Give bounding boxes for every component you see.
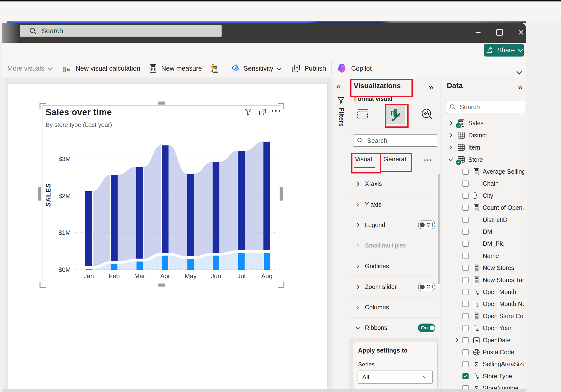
chevron-right-icon[interactable] — [455, 338, 460, 342]
resize-handle-bottom-center[interactable] — [158, 283, 165, 287]
chevron-down-icon[interactable] — [448, 157, 454, 163]
data-field-city[interactable]: fxCity — [442, 190, 527, 202]
share-button[interactable]: Share — [484, 44, 524, 57]
data-field-open-year[interactable]: ΣOpen Year — [442, 322, 527, 334]
tabs-more-options-icon[interactable]: ··· — [424, 156, 433, 164]
field-checkbox[interactable] — [463, 313, 469, 319]
format-section-ribbons[interactable]: RibbonsOn — [349, 318, 439, 338]
field-checkbox[interactable] — [463, 349, 469, 355]
field-checkbox[interactable] — [463, 169, 469, 175]
chevron-right-icon[interactable] — [355, 202, 360, 207]
data-pane-collapse-icon[interactable]: » — [518, 83, 523, 91]
ribbon-collapse-chevron[interactable] — [517, 70, 525, 76]
format-section-legend[interactable]: LegendOff — [349, 215, 439, 235]
data-search[interactable] — [446, 101, 525, 113]
chevron-right-icon[interactable] — [355, 181, 360, 187]
toolbar-item-more-visuals[interactable]: More visuals — [3, 65, 55, 72]
toolbar-item-new-visual-calculation[interactable]: fxNew visual calculation — [59, 64, 144, 73]
filter-funnel-icon[interactable] — [337, 96, 345, 104]
chevron-right-icon[interactable] — [355, 243, 360, 248]
resize-handle-left-center[interactable] — [38, 187, 42, 201]
ribbon-chart[interactable]: $0M$1M$2M$3MJanFebMarAprMayJunJulAugSALE… — [42, 136, 280, 283]
format-section-x-axis[interactable]: X-axis — [349, 174, 439, 195]
data-field-dm-pic[interactable]: DM_Pic — [442, 238, 527, 250]
data-field-open-store-co[interactable]: Open Store Co... — [442, 310, 527, 322]
series-dropdown[interactable]: All — [357, 371, 433, 384]
data-table-item[interactable]: Item — [442, 141, 527, 154]
tab-general[interactable]: General — [383, 155, 406, 163]
format-section-columns[interactable]: Columns — [349, 297, 439, 318]
filters-expand-icon[interactable]: « — [336, 82, 341, 90]
minimize-button[interactable] — [471, 25, 485, 40]
data-field-new-stores-tar[interactable]: New Stores Tar... — [442, 274, 527, 286]
visual-popout-icon[interactable] — [258, 108, 267, 116]
format-search[interactable] — [353, 134, 437, 147]
data-field-dm[interactable]: DM — [442, 226, 527, 238]
chevron-right-icon[interactable] — [448, 120, 454, 126]
format-section-zoom-slider[interactable]: Zoom sliderOff — [349, 277, 439, 298]
field-checkbox[interactable] — [463, 289, 469, 295]
field-checkbox[interactable] — [463, 337, 469, 343]
data-field-store-type[interactable]: fxStore Type — [442, 370, 527, 382]
field-checkbox[interactable] — [463, 217, 469, 223]
data-search-input[interactable] — [459, 103, 517, 111]
resize-handle-bottom-left[interactable] — [40, 282, 46, 288]
data-field-districtid[interactable]: DistrictID — [442, 214, 527, 226]
format-section-gridlines[interactable]: Gridlines — [349, 256, 439, 277]
ribbons-toggle[interactable]: On — [418, 324, 435, 332]
toolbar-item-new-measure[interactable]: New measure — [144, 64, 206, 73]
legend-toggle[interactable]: Off — [418, 220, 435, 229]
visualizations-collapse-icon[interactable]: » — [429, 83, 433, 91]
data-field-opendate[interactable]: OpenDate — [442, 334, 527, 346]
toolbar-item-publish[interactable]: Publish — [287, 64, 330, 73]
field-checkbox[interactable] — [463, 301, 469, 307]
field-checkbox[interactable] — [463, 229, 469, 235]
chevron-right-icon[interactable] — [355, 284, 360, 290]
tab-visual[interactable]: Visual — [355, 155, 372, 163]
visual-filter-icon[interactable] — [243, 108, 253, 116]
data-field-open-month-no[interactable]: ΣOpen Month No — [442, 298, 527, 310]
data-field-count-of-open[interactable]: Count of Open... — [442, 202, 527, 214]
field-checkbox[interactable] — [463, 181, 469, 187]
field-checkbox[interactable] — [463, 205, 469, 211]
field-checkbox[interactable] — [463, 361, 469, 367]
chevron-right-icon[interactable] — [355, 305, 360, 310]
visual-more-options-icon[interactable]: ··· — [271, 106, 282, 116]
format-section-y-axis[interactable]: Y-axis — [349, 194, 439, 215]
chevron-right-icon[interactable] — [448, 144, 454, 150]
chevron-right-icon[interactable] — [355, 222, 360, 227]
data-table-sales[interactable]: Sales — [442, 117, 527, 129]
field-checkbox[interactable] — [463, 277, 469, 283]
resize-handle-top-left[interactable] — [40, 103, 46, 109]
close-button[interactable]: × — [514, 25, 528, 40]
chevron-right-icon[interactable] — [355, 264, 360, 269]
format-search-input[interactable] — [367, 137, 428, 145]
toolbar-item-quick-measure[interactable] — [206, 64, 223, 73]
titlebar-search-input[interactable] — [41, 27, 188, 35]
chevron-right-icon[interactable] — [448, 132, 454, 138]
field-checkbox[interactable] — [463, 253, 469, 259]
data-field-postalcode[interactable]: PostalCode — [442, 346, 527, 358]
data-field-name[interactable]: Name — [442, 250, 527, 262]
field-checkbox[interactable] — [463, 325, 469, 331]
analytics-icon[interactable] — [418, 104, 437, 124]
field-checkbox[interactable] — [463, 373, 469, 379]
data-table-store[interactable]: Store — [442, 154, 527, 166]
data-field-open-month[interactable]: fxOpen Month — [442, 286, 527, 298]
resize-handle-bottom-right[interactable] — [278, 282, 284, 288]
field-checkbox[interactable] — [463, 193, 469, 199]
resize-handle-top-center[interactable] — [158, 101, 165, 105]
build-visual-icon[interactable] — [353, 104, 372, 124]
scrollbar-thumb[interactable] — [438, 174, 440, 284]
field-checkbox[interactable] — [463, 241, 469, 247]
data-field-average-selling[interactable]: Average Selling... — [442, 166, 527, 178]
data-field-sellingareasize[interactable]: ΣSellingAreaSize — [442, 358, 527, 370]
format-section-small-multiples[interactable]: Small multiples — [349, 235, 439, 256]
format-visual-icon[interactable] — [386, 104, 405, 124]
field-checkbox[interactable] — [463, 265, 469, 271]
chevron-down-icon[interactable] — [355, 325, 360, 330]
data-field-new-stores[interactable]: New Stores — [442, 262, 527, 274]
maximize-button[interactable] — [492, 25, 507, 40]
toolbar-item-sensitivity[interactable]: Sensitivity — [227, 64, 284, 73]
toolbar-item-copilot[interactable]: Copilot — [333, 63, 376, 74]
